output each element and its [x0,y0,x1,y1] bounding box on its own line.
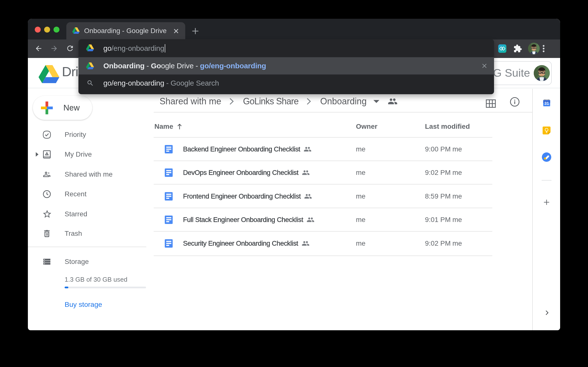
svg-text:31: 31 [544,101,549,106]
